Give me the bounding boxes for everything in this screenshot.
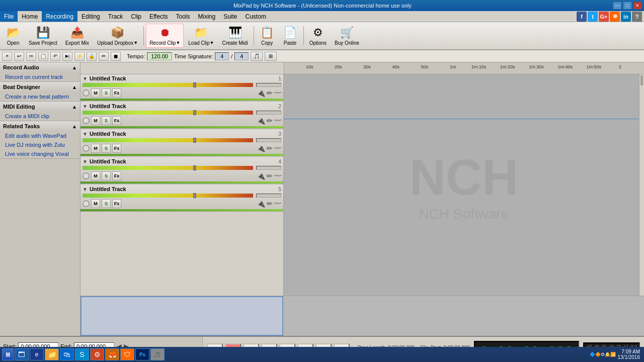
- track-4-mute-button[interactable]: M: [91, 171, 100, 180]
- taskbar-skype[interactable]: S: [75, 348, 89, 360]
- track-4-collapse-icon[interactable]: ▼: [83, 159, 88, 164]
- record-clip-button[interactable]: ⏺ Record Clip ▼: [146, 24, 184, 48]
- track-4-solo-button[interactable]: S: [102, 171, 111, 180]
- sec-btn-5[interactable]: ↶: [50, 52, 60, 61]
- mini-track-area[interactable]: [80, 296, 283, 336]
- track-5-collapse-icon[interactable]: ▼: [83, 187, 88, 192]
- taskbar-firefox[interactable]: 🦊: [105, 348, 119, 360]
- track-1-arm-radio[interactable]: [83, 89, 90, 97]
- upload-dropbox-button[interactable]: 📦 Upload Dropbox ▼: [94, 24, 141, 48]
- track-5-wave-icon[interactable]: 〰: [274, 200, 281, 208]
- track-2-name[interactable]: Untitled Track: [90, 103, 276, 109]
- load-clip-dropdown-icon[interactable]: ▼: [210, 40, 214, 45]
- sec-btn-9[interactable]: ✏: [99, 52, 109, 61]
- track-2-volume-thumb[interactable]: [193, 110, 196, 115]
- track-3-solo-button[interactable]: S: [102, 144, 111, 153]
- menu-suite[interactable]: Suite: [219, 11, 241, 22]
- track-4-arm-radio[interactable]: [83, 172, 90, 179]
- track-4-volume-bar[interactable]: [83, 166, 253, 170]
- track-1-volume-thumb[interactable]: [193, 82, 196, 87]
- help-icon[interactable]: ?: [632, 12, 642, 22]
- sec-btn-1[interactable]: ✕: [2, 52, 12, 61]
- minimize-button[interactable]: —: [613, 2, 622, 10]
- time-sig-denominator[interactable]: [234, 52, 249, 60]
- menu-track[interactable]: Track: [104, 11, 127, 22]
- track-5-edit-icon[interactable]: ✏: [267, 200, 273, 208]
- related-tasks-header[interactable]: Related Tasks ▲: [0, 121, 80, 131]
- buy-online-button[interactable]: 🛒 Buy Online: [331, 24, 363, 48]
- google-icon[interactable]: G+: [599, 12, 609, 22]
- menu-mixing[interactable]: Mixing: [194, 11, 219, 22]
- taskbar-explorer[interactable]: 📁: [45, 348, 59, 360]
- track-2-wave-icon[interactable]: 〰: [274, 117, 281, 125]
- create-beat-link[interactable]: Create a new beat pattern: [0, 92, 80, 101]
- taskbar-avast[interactable]: 🛡: [120, 348, 134, 360]
- sec-btn-10[interactable]: ◼: [111, 52, 121, 61]
- track-2-pan-knob[interactable]: [256, 111, 281, 115]
- track-2-collapse-icon[interactable]: ▼: [83, 104, 88, 109]
- create-midi-clip-link[interactable]: Create a MIDI clip: [0, 112, 80, 121]
- sec-btn-7[interactable]: ⚡: [74, 52, 85, 61]
- save-project-button[interactable]: 💾 Save Project: [25, 24, 61, 48]
- sec-btn-4[interactable]: 📋: [38, 52, 48, 61]
- track-1-pan-knob[interactable]: [256, 83, 281, 87]
- track-1-wave-icon[interactable]: 〰: [274, 89, 281, 97]
- taskbar-app-1[interactable]: 🗔: [15, 348, 29, 360]
- start-button[interactable]: ⊞: [2, 348, 14, 360]
- track-2-mute-button[interactable]: M: [91, 116, 100, 125]
- menu-tools[interactable]: Tools: [172, 11, 194, 22]
- grid-button[interactable]: ⊞: [265, 52, 277, 61]
- track-3-plugin-icon[interactable]: 🔌: [257, 144, 265, 152]
- track-1-edit-icon[interactable]: ✏: [267, 89, 273, 97]
- track-5-plugin-icon[interactable]: 🔌: [257, 200, 265, 208]
- menu-effects[interactable]: Effects: [145, 11, 172, 22]
- track-2-arm-radio[interactable]: [83, 117, 90, 124]
- track-5-name[interactable]: Untitled Track: [90, 186, 276, 192]
- options-button[interactable]: ⚙ Options: [306, 24, 330, 48]
- time-sig-numerator[interactable]: [215, 52, 229, 60]
- track-content-area[interactable]: NCH NCH Software: [284, 74, 644, 296]
- sec-btn-3[interactable]: ✂: [26, 52, 36, 61]
- export-mix-button[interactable]: 📤 Export Mix: [62, 24, 93, 48]
- track-5-volume-bar[interactable]: [83, 194, 253, 198]
- taskbar-store[interactable]: 🛍: [60, 348, 74, 360]
- track-3-name[interactable]: Untitled Track: [90, 131, 276, 137]
- sec-btn-6[interactable]: ▶|: [62, 52, 72, 61]
- track-5-volume-thumb[interactable]: [193, 193, 196, 198]
- midi-editing-header[interactable]: MIDI Editing ▲: [0, 102, 80, 112]
- paste-button[interactable]: 📄 Paste: [279, 24, 301, 48]
- menu-home[interactable]: Home: [18, 11, 42, 22]
- dj-zulu-link[interactable]: Live DJ mixing with Zulu: [0, 140, 80, 149]
- scrollbar-thumb[interactable]: [640, 75, 643, 85]
- track-1-volume-bar[interactable]: [83, 83, 253, 87]
- track-5-solo-button[interactable]: S: [102, 199, 111, 208]
- voice-voxal-link[interactable]: Live voice changing Voxal: [0, 149, 80, 158]
- menu-file[interactable]: File: [0, 11, 18, 22]
- load-clip-button[interactable]: 📁 Load Clip ▼: [185, 24, 217, 48]
- track-4-edit-icon[interactable]: ✏: [267, 172, 273, 180]
- upload-dropdown-icon[interactable]: ▼: [133, 40, 138, 45]
- taskbar-ie[interactable]: e: [30, 348, 44, 360]
- track-1-plugin-icon[interactable]: 🔌: [257, 89, 265, 97]
- track-5-pan-knob[interactable]: [256, 194, 281, 198]
- metronome-button[interactable]: 🎵: [251, 52, 263, 61]
- record-clip-dropdown-icon[interactable]: ▼: [176, 40, 180, 45]
- linkedin-icon[interactable]: in: [621, 12, 631, 22]
- track-3-edit-icon[interactable]: ✏: [267, 144, 273, 152]
- track-1-name[interactable]: Untitled Track: [90, 75, 276, 81]
- sec-btn-2[interactable]: ↩: [14, 52, 24, 61]
- twitter-icon[interactable]: t: [588, 12, 598, 22]
- taskbar-mixpad[interactable]: 🎵: [150, 348, 165, 360]
- track-4-wave-icon[interactable]: 〰: [274, 172, 281, 180]
- track-5-fx-button[interactable]: Fx: [112, 199, 121, 208]
- beat-designer-header[interactable]: Beat Designer ▲: [0, 82, 80, 92]
- track-5-arm-radio[interactable]: [83, 200, 90, 207]
- open-button[interactable]: 📂 Open: [2, 24, 24, 48]
- track-2-plugin-icon[interactable]: 🔌: [257, 117, 265, 125]
- taskbar-chrome[interactable]: ⚙: [90, 348, 104, 360]
- track-3-arm-radio[interactable]: [83, 145, 90, 152]
- record-on-current-link[interactable]: Record on current track: [0, 72, 80, 81]
- track-1-fx-button[interactable]: Fx: [112, 88, 121, 98]
- track-4-fx-button[interactable]: Fx: [112, 171, 121, 180]
- copy-button[interactable]: 📋 Copy: [256, 24, 278, 48]
